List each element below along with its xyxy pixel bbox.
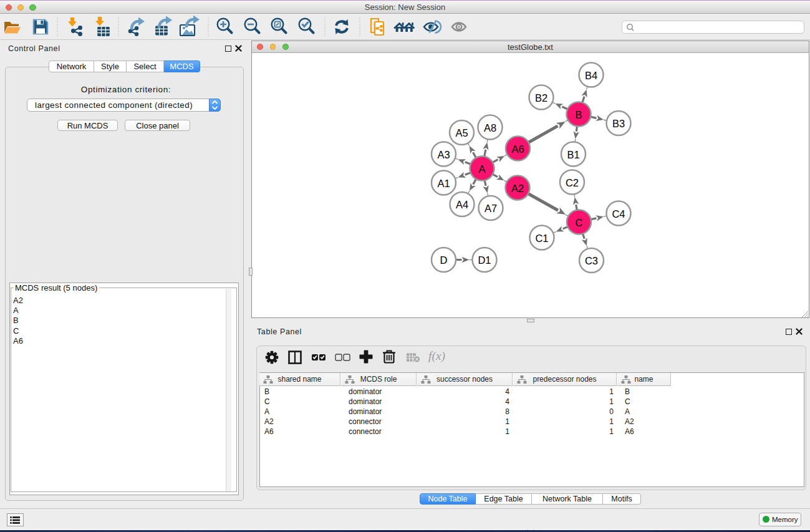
svg-text:C: C xyxy=(576,217,583,228)
svg-text:A6: A6 xyxy=(511,143,524,155)
svg-text:A8: A8 xyxy=(484,122,496,133)
svg-text:D: D xyxy=(440,254,448,266)
svg-text:A7: A7 xyxy=(485,203,497,214)
svg-text:B2: B2 xyxy=(535,92,547,104)
svg-text:B: B xyxy=(575,109,582,120)
svg-text:B1: B1 xyxy=(567,149,579,160)
svg-text:A5: A5 xyxy=(455,127,468,138)
svg-text:C1: C1 xyxy=(535,233,548,244)
svg-text:A4: A4 xyxy=(456,199,468,210)
svg-text:A3: A3 xyxy=(437,149,450,160)
svg-text:B4: B4 xyxy=(585,70,597,81)
svg-text:A1: A1 xyxy=(437,178,450,189)
svg-text:B3: B3 xyxy=(612,118,625,129)
svg-text:D1: D1 xyxy=(478,254,491,266)
svg-text:C3: C3 xyxy=(585,255,598,266)
svg-text:C4: C4 xyxy=(612,208,625,220)
svg-text:A: A xyxy=(478,163,485,175)
svg-text:A2: A2 xyxy=(511,183,524,194)
svg-text:C2: C2 xyxy=(566,177,579,188)
